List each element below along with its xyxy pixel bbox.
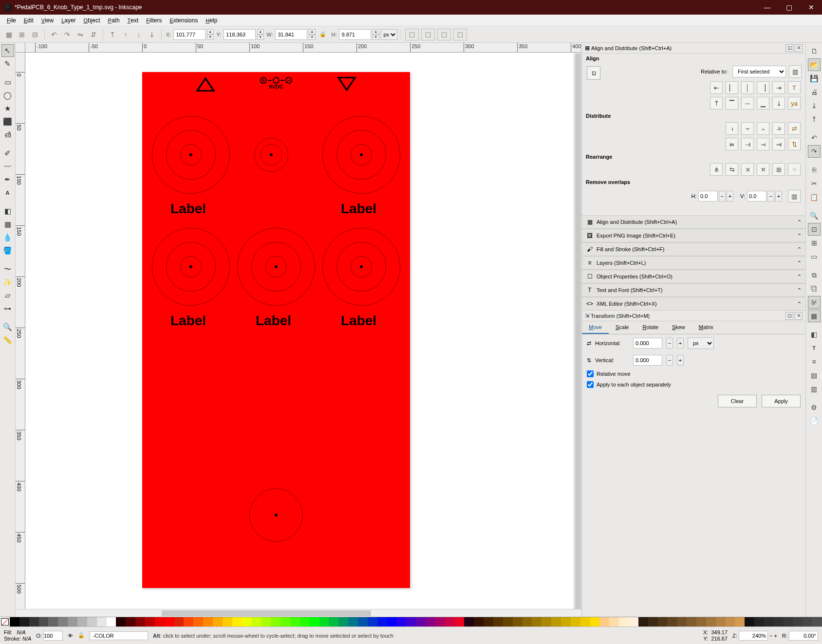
transform-mode-4[interactable]: ⬚ bbox=[453, 29, 467, 40]
randomize-icon[interactable]: ⁘ bbox=[788, 163, 801, 176]
align-right-icon[interactable]: ▕ bbox=[757, 81, 769, 94]
export-icon[interactable]: ⤒ bbox=[808, 113, 821, 126]
open-icon[interactable]: 📂 bbox=[808, 58, 821, 71]
node-tool[interactable]: ✎ bbox=[1, 57, 14, 70]
deselect-icon[interactable]: ⊟ bbox=[29, 29, 41, 40]
rect-tool[interactable]: ▭ bbox=[1, 76, 14, 89]
panel-align[interactable]: ▦Align and Distribute (Shift+Ctrl+A)⌃ bbox=[582, 215, 805, 229]
swatch[interactable] bbox=[687, 617, 696, 626]
overlap-v-input[interactable] bbox=[747, 191, 766, 202]
dist-hcenter-icon[interactable]: ⫟ bbox=[741, 122, 754, 135]
tweak-tool[interactable]: 〜 bbox=[1, 263, 14, 276]
xml-icon[interactable]: ▤ bbox=[808, 369, 821, 382]
align-top-icon[interactable]: ▔ bbox=[726, 97, 738, 110]
y-input[interactable] bbox=[224, 29, 256, 40]
mesh-tool[interactable]: ▦ bbox=[1, 218, 14, 231]
layers-icon[interactable]: ≡ bbox=[808, 355, 821, 368]
align-icon[interactable]: ▥ bbox=[808, 383, 821, 395]
dropper-tool[interactable]: 💧 bbox=[1, 231, 14, 244]
swatch[interactable] bbox=[39, 617, 49, 626]
swatch[interactable] bbox=[358, 617, 368, 626]
spray-tool[interactable]: ✨ bbox=[1, 276, 14, 289]
swatch[interactable] bbox=[638, 617, 648, 626]
swatch[interactable] bbox=[174, 617, 184, 626]
label-4[interactable]: Label bbox=[256, 313, 291, 329]
star-tool[interactable]: ★ bbox=[1, 102, 14, 115]
eraser-tool[interactable]: ▱ bbox=[1, 289, 14, 302]
menu-view[interactable]: View bbox=[37, 16, 57, 25]
swatch[interactable] bbox=[619, 617, 629, 626]
label-3[interactable]: Label bbox=[170, 313, 206, 329]
knob-3[interactable] bbox=[152, 228, 230, 306]
menu-extensions[interactable]: Extensions bbox=[166, 16, 202, 25]
transform-detach-icon[interactable]: ⊡ bbox=[785, 312, 793, 320]
knob-1[interactable] bbox=[152, 116, 230, 194]
align-center-h-icon[interactable]: │ bbox=[741, 81, 754, 94]
remove-overlaps-button[interactable]: ▥ bbox=[788, 190, 801, 202]
rotation-input[interactable] bbox=[789, 631, 818, 641]
swatch[interactable] bbox=[726, 617, 735, 626]
fill-stroke-icon[interactable]: ◧ bbox=[808, 328, 821, 341]
flip-v-icon[interactable]: ⇵ bbox=[88, 29, 99, 40]
swatch[interactable] bbox=[493, 617, 503, 626]
swatch[interactable] bbox=[696, 617, 706, 626]
raise-top-icon[interactable]: ⤒ bbox=[107, 29, 118, 40]
visibility-icon[interactable]: 👁 bbox=[68, 633, 73, 639]
swatch[interactable] bbox=[155, 617, 165, 626]
layer-select[interactable]: -COLOR bbox=[90, 631, 148, 640]
h-input[interactable] bbox=[339, 29, 371, 40]
tab-skew[interactable]: Skew bbox=[665, 321, 692, 334]
swatch[interactable] bbox=[387, 617, 397, 626]
swatch[interactable] bbox=[406, 617, 416, 626]
panel-text[interactable]: TText and Font (Shift+Ctrl+T)⌃ bbox=[582, 283, 805, 297]
move-dir-v-icon[interactable]: ⇅ bbox=[587, 357, 591, 364]
align-right-out-icon[interactable]: ⇥ bbox=[772, 81, 785, 94]
unclump-icon[interactable]: ⊞ bbox=[772, 163, 785, 176]
dist-right-icon[interactable]: ⫠ bbox=[757, 122, 769, 135]
knob-small[interactable] bbox=[254, 138, 288, 172]
swatch[interactable] bbox=[474, 617, 484, 626]
swatch[interactable] bbox=[271, 617, 280, 626]
align-left-out-icon[interactable]: ⇤ bbox=[710, 81, 723, 94]
rotate-cw-icon[interactable]: ↷ bbox=[61, 29, 73, 40]
swatch[interactable] bbox=[135, 617, 145, 626]
tab-scale[interactable]: Scale bbox=[609, 321, 636, 334]
calligraphy-tool[interactable]: ✒ bbox=[1, 173, 14, 186]
swatch[interactable] bbox=[542, 617, 551, 626]
menu-text[interactable]: Text bbox=[124, 16, 143, 25]
zoom-fit-icon[interactable]: 🔍 bbox=[808, 209, 821, 222]
label-2[interactable]: Label bbox=[341, 201, 376, 217]
label-1[interactable]: Label bbox=[170, 201, 206, 217]
canvas-viewport[interactable]: 9VDC Label Label Label Label Label bbox=[25, 53, 574, 609]
panel-fill[interactable]: 🖌Fill and Stroke (Shift+Ctrl+F)⌃ bbox=[582, 242, 805, 256]
footswitch[interactable] bbox=[249, 488, 303, 542]
import-icon[interactable]: ⤓ bbox=[808, 99, 821, 112]
swatch[interactable] bbox=[77, 617, 87, 626]
swatch[interactable] bbox=[107, 617, 116, 626]
swatch[interactable] bbox=[58, 617, 68, 626]
lower-icon[interactable]: ↓ bbox=[133, 29, 145, 40]
tab-move[interactable]: Move bbox=[582, 321, 609, 334]
swatch[interactable] bbox=[580, 617, 590, 626]
swatch[interactable] bbox=[48, 617, 58, 626]
treat-as-group-icon[interactable]: ▥ bbox=[789, 65, 802, 78]
label-5[interactable]: Label bbox=[341, 313, 376, 329]
align-top-out-icon[interactable]: ⤒ bbox=[710, 97, 723, 110]
swatch[interactable] bbox=[251, 617, 261, 626]
swatch[interactable] bbox=[484, 617, 493, 626]
align-text-h-icon[interactable]: T bbox=[788, 81, 801, 94]
apply-button[interactable]: Apply bbox=[762, 395, 801, 407]
w-input[interactable] bbox=[275, 29, 307, 40]
swatch[interactable] bbox=[629, 617, 638, 626]
paint-bucket-tool[interactable]: 🪣 bbox=[1, 244, 14, 257]
align-anchor-icon[interactable]: ⊡ bbox=[587, 66, 600, 80]
scrollbar-horizontal[interactable] bbox=[16, 609, 581, 617]
connector-tool[interactable]: ⊶ bbox=[1, 302, 14, 315]
panel-object[interactable]: ☐Object Properties (Shift+Ctrl+O)⌃ bbox=[582, 270, 805, 283]
3dbox-tool[interactable]: ⬛ bbox=[1, 115, 14, 128]
swatch[interactable] bbox=[812, 617, 822, 626]
swatch[interactable] bbox=[213, 617, 223, 626]
dist-vgap-icon[interactable]: ⫥ bbox=[772, 138, 785, 150]
swatch[interactable] bbox=[455, 617, 465, 626]
swatch[interactable] bbox=[165, 617, 174, 626]
